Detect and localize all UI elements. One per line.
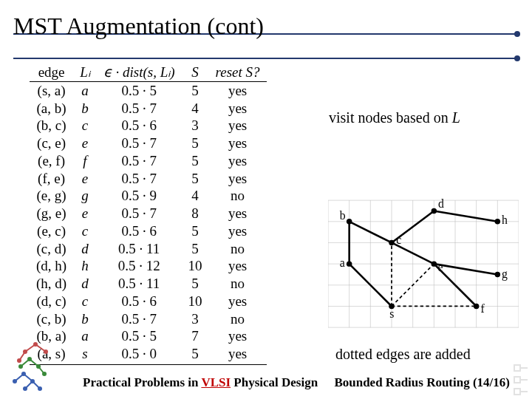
table-row: (c, b)b0.5 · 73no bbox=[30, 310, 267, 328]
graph-figure: abcdefghs bbox=[328, 188, 519, 344]
cell-Li: d bbox=[73, 275, 97, 293]
cell-reset: yes bbox=[209, 345, 267, 364]
cell-edge: (g, e) bbox=[30, 205, 73, 222]
slide-title: MST Augmentation (cont) bbox=[13, 13, 519, 45]
cell-S: 3 bbox=[182, 310, 209, 328]
cell-edge: (e, f) bbox=[30, 152, 73, 170]
cell-edge: (b, c) bbox=[30, 117, 73, 134]
cell-Li: h bbox=[73, 257, 97, 275]
col-Li-label: Lᵢ bbox=[80, 64, 90, 80]
cell-S: 7 bbox=[182, 327, 209, 345]
table-row: (e, g)g0.5 · 94no bbox=[30, 187, 267, 205]
cell-Li: b bbox=[73, 100, 97, 117]
rule-cap-icon bbox=[514, 55, 520, 61]
cell-Li: g bbox=[73, 187, 97, 205]
cell-edge: (h, d) bbox=[30, 275, 73, 293]
cell-Li: e bbox=[73, 134, 97, 152]
cell-reset: yes bbox=[209, 293, 267, 310]
cell-reset: no bbox=[209, 187, 267, 205]
cell-edge: (d, c) bbox=[30, 293, 73, 310]
col-S-label: S bbox=[191, 64, 199, 80]
col-Li: Lᵢ bbox=[73, 64, 97, 81]
cell-Li: a bbox=[73, 81, 97, 99]
table-row: (c, e)e0.5 · 75yes bbox=[30, 134, 267, 152]
table-row: (b, a)a0.5 · 57yes bbox=[30, 327, 267, 345]
table-row: (a, b)b0.5 · 74yes bbox=[30, 100, 267, 117]
svg-rect-40 bbox=[514, 365, 520, 371]
table-row: (a, s)s0.5 · 05yes bbox=[30, 345, 267, 364]
cell-dist: 0.5 · 9 bbox=[97, 187, 182, 205]
cell-S: 5 bbox=[182, 275, 209, 293]
cell-S: 4 bbox=[182, 187, 209, 205]
col-edge: edge bbox=[30, 64, 73, 81]
cell-S: 3 bbox=[182, 117, 209, 134]
cell-Li: c bbox=[73, 293, 97, 310]
svg-point-33 bbox=[36, 364, 41, 369]
svg-point-37 bbox=[30, 379, 35, 383]
cell-dist: 0.5 · 6 bbox=[97, 293, 182, 310]
cell-Li: e bbox=[73, 205, 97, 222]
svg-point-31 bbox=[27, 357, 32, 361]
corner-connector-icon bbox=[511, 364, 529, 396]
cell-edge: (d, h) bbox=[30, 257, 73, 275]
cell-reset: yes bbox=[209, 134, 267, 152]
table-row: (e, c)c0.5 · 65yes bbox=[30, 222, 267, 240]
cell-reset: yes bbox=[209, 257, 267, 275]
cell-dist: 0.5 · 6 bbox=[97, 117, 182, 134]
cell-edge: (s, a) bbox=[30, 81, 73, 99]
footer-left-pre: Practical Problems in bbox=[83, 375, 201, 389]
node-label-a: a bbox=[340, 256, 345, 269]
cell-Li: b bbox=[73, 310, 97, 328]
cell-dist: 0.5 · 7 bbox=[97, 152, 182, 170]
cell-dist: 0.5 · 6 bbox=[97, 222, 182, 240]
col-reset: reset S? bbox=[209, 64, 267, 81]
cell-dist: 0.5 · 0 bbox=[97, 345, 182, 364]
cell-edge: (c, d) bbox=[30, 240, 73, 258]
svg-rect-41 bbox=[514, 377, 520, 383]
footer-left-red: VLSI bbox=[201, 375, 231, 389]
cell-dist: 0.5 · 11 bbox=[97, 240, 182, 258]
cell-S: 4 bbox=[182, 100, 209, 117]
title-block: MST Augmentation (cont) bbox=[13, 13, 519, 45]
node-label-g: g bbox=[502, 267, 508, 281]
svg-point-32 bbox=[18, 364, 23, 369]
annotation-added: dotted edges are added bbox=[335, 346, 471, 363]
cell-S: 5 bbox=[182, 222, 209, 240]
col-dist-label: ϵ · dist(s, Lᵢ) bbox=[103, 64, 175, 80]
cell-Li: c bbox=[73, 222, 97, 240]
algorithm-trace-table: edge Lᵢ ϵ · dist(s, Lᵢ) S reset S? (s, a… bbox=[30, 64, 267, 365]
table-header-row: edge Lᵢ ϵ · dist(s, Lᵢ) S reset S? bbox=[30, 64, 267, 81]
cell-reset: yes bbox=[209, 81, 267, 99]
cell-dist: 0.5 · 12 bbox=[97, 257, 182, 275]
cell-reset: yes bbox=[209, 152, 267, 170]
node-label-d: d bbox=[438, 197, 444, 210]
node-label-h: h bbox=[502, 214, 508, 226]
cell-dist: 0.5 · 11 bbox=[97, 275, 182, 293]
cell-dist: 0.5 · 7 bbox=[97, 134, 182, 152]
node-label-c: c bbox=[396, 233, 401, 246]
cell-edge: (c, e) bbox=[30, 134, 73, 152]
table-row: (h, d)d0.5 · 115no bbox=[30, 275, 267, 293]
cell-dist: 0.5 · 5 bbox=[97, 327, 182, 345]
cell-edge: (a, b) bbox=[30, 100, 73, 117]
cell-S: 10 bbox=[182, 293, 209, 310]
cell-reset: yes bbox=[209, 170, 267, 188]
cell-reset: yes bbox=[209, 205, 267, 222]
node-c bbox=[389, 240, 394, 245]
col-dist: ϵ · dist(s, Lᵢ) bbox=[97, 64, 182, 81]
cell-dist: 0.5 · 7 bbox=[97, 205, 182, 222]
node-label-s: s bbox=[389, 307, 394, 320]
cell-S: 5 bbox=[182, 152, 209, 170]
cell-reset: yes bbox=[209, 100, 267, 117]
cell-reset: no bbox=[209, 310, 267, 328]
annotation-visit-text: visit nodes based on bbox=[329, 109, 452, 126]
cell-edge: (e, c) bbox=[30, 222, 73, 240]
cell-S: 8 bbox=[182, 205, 209, 222]
node-a bbox=[347, 261, 352, 266]
cell-dist: 0.5 · 7 bbox=[97, 100, 182, 117]
svg-point-27 bbox=[33, 342, 38, 347]
svg-point-28 bbox=[23, 349, 27, 354]
cell-Li: e bbox=[73, 170, 97, 188]
cell-S: 5 bbox=[182, 134, 209, 152]
corner-tree-icon bbox=[7, 340, 59, 392]
